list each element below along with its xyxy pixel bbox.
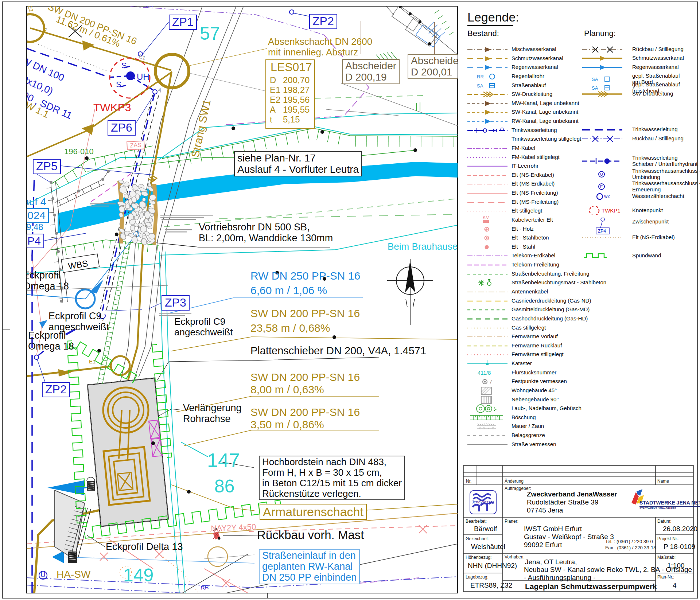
zp1-box: ZP1 xyxy=(169,15,197,30)
label-rueckbau-mast: Rückbau vorh. Mast xyxy=(257,529,364,542)
tb-gezeichnet: Weishäutel xyxy=(471,543,505,551)
legend-label: Regenfallrohr xyxy=(512,73,544,79)
legend-bestand-ghd: Gashochdruckleitung (Gas-HD) xyxy=(467,315,642,323)
label-wbs: WBS xyxy=(67,258,89,271)
legend-label: Elt (MS-Freileitung) xyxy=(512,199,559,205)
tb-hoehenbezug-label: Höhenbezug: xyxy=(466,555,491,560)
label-uh: UH xyxy=(137,72,149,82)
legend-label: Trinkwasserleitung xyxy=(632,155,678,161)
tb-vorhaben3: - Ausführungsplanung - xyxy=(524,574,595,582)
stadtwerke-logo-subtext: STADTWERKE JENA GRUPPE xyxy=(639,507,676,510)
tb-lagebezug: ETRS89, Z32 xyxy=(470,581,512,589)
shaft-row-label: t xyxy=(270,115,272,125)
tb-vorhaben2: Neubau SW - Kanal sowie Reko TWL, 2. BA … xyxy=(524,566,692,574)
tb-aenderung-label: Änderung xyxy=(505,479,524,484)
zp5-box: ZP5 xyxy=(33,159,61,174)
label-eckprofil-omega1: Eckprofil Omega 18 xyxy=(27,270,69,292)
legend-label: Kabelverteiler Elt xyxy=(512,217,553,223)
legend-label: Trinkwasserleitung xyxy=(632,126,678,133)
svg-text:WZ: WZ xyxy=(604,195,610,199)
label-57: 57 xyxy=(200,23,220,44)
legend-bestand-sbm: Straßenbeleuchtungsmast - Stahlbeton xyxy=(467,278,642,287)
legend-planung-pswd: SW-Druckleitung xyxy=(582,90,700,98)
legend-label: MW-Kanal, Lage unbekannt xyxy=(512,100,579,106)
legend-label: Trinkwasserleitung stillgelegt xyxy=(512,136,581,142)
tb-client-city: 07745 Jena xyxy=(527,506,563,514)
legend-label: Schmutzwasserkanal xyxy=(512,55,563,62)
tb-tel: Tel. : (0361) / 220 39-0 xyxy=(605,539,653,544)
label-siehe-plan: siehe Plan-Nr. 17 Auslauf 4 - Vorfluter … xyxy=(234,151,362,176)
legend-bestand-rwu: RW-Kanal, Lage unbekannt xyxy=(467,117,642,126)
legend-bestand-str: Straße vermessen xyxy=(467,440,642,449)
tb-client-name: Zweckverband JenaWasser xyxy=(527,490,617,498)
legend-label: Antennenkabel xyxy=(512,289,548,295)
shaft-row-value: 195,56 xyxy=(283,95,310,105)
label-hochbordstein: Hochbordstein nach DIN 483, Form H, H x … xyxy=(259,456,405,500)
label-rw-dn250: RW DN 250 PP-SN 16 xyxy=(250,270,360,282)
legend-label: Gas stillgelegt xyxy=(512,325,546,331)
legend-planung-ptw: Trinkwasserleitung xyxy=(582,125,700,134)
label-u-circle: U xyxy=(40,571,46,578)
legend-bestand-stahl: Elt - Stahl xyxy=(467,243,642,252)
legend-label: Böschung xyxy=(512,414,536,421)
label-149: 149 xyxy=(123,565,153,585)
legend-label: Schmutzwasserkanal xyxy=(632,55,684,61)
tb-lagebezug-label: Lagebezug: xyxy=(466,574,489,580)
legend-label: Laub-, Nadelbaum, Gebüsch xyxy=(512,405,582,412)
legend-label: Telekom-Freileitung xyxy=(512,262,559,268)
tb-projekt-label: Projekt-Nr.: xyxy=(657,536,679,541)
tb-vorhaben1: Jena, OT Leutra, xyxy=(525,558,577,566)
svg-text:411/8: 411/8 xyxy=(478,370,491,376)
legend-label: Elt - Holz xyxy=(512,226,534,232)
zp4-box: P4 xyxy=(27,234,44,248)
legend-planung-pns: Elt (NS-Erdkabel) xyxy=(582,233,700,242)
label-147: 147 xyxy=(207,449,240,471)
label-ha-sw: HA-SW xyxy=(57,569,90,580)
legend-label: Straße vermessen xyxy=(512,441,556,448)
legend-planung-sab: SAgepl. Straßenablaufam Bord xyxy=(582,72,700,81)
svg-text:SA: SA xyxy=(477,83,483,89)
legend-planung-hae: ETrinkwasserhausanschluss -Erneuerung xyxy=(582,179,700,188)
legend-label: Trinkwasserleitung xyxy=(512,127,557,133)
legend-bestand-gs: Gas stillgelegt xyxy=(467,324,642,332)
legend-label: Flurstücksnummer xyxy=(512,370,556,376)
legend-label: SW-Kanal, Lage unbekannt xyxy=(512,109,578,115)
label-196-010: 196-010 xyxy=(64,147,94,156)
shaft-row-value: 5,15 xyxy=(283,115,300,125)
tb-massstab: 1:100 xyxy=(667,562,685,570)
label-sw-dn200-3b: 3,50 m / 0,86% xyxy=(250,418,324,431)
svg-text:7: 7 xyxy=(489,378,492,385)
legend-label: Knotenpunkt xyxy=(632,207,663,214)
legend-label: Mischwasserkanal xyxy=(512,46,556,52)
label-a1: A xyxy=(42,26,48,34)
shaft-row-label: D xyxy=(270,75,276,85)
stadtwerke-logo-text: STADTWERKE JENA NETZE xyxy=(639,500,700,507)
legend-title: Legende: xyxy=(467,10,519,24)
shaft-row-label: A xyxy=(270,105,276,115)
legend-bestand-mz: Mauer / Zaun xyxy=(467,422,642,431)
legend-label: Wasserzählerschacht xyxy=(632,193,684,199)
legend-label: Elt (NS-Erdkabel) xyxy=(632,234,675,241)
armaturenschacht-box: Armaturenschacht xyxy=(260,504,367,520)
shaft-row-value: 200,70 xyxy=(283,75,310,85)
abscheider1-box: Abscheider D 200,19 xyxy=(342,59,400,84)
label-rw-dn250-2: 6,60 m / 1,06 % xyxy=(250,284,327,297)
legend-label: Kataster xyxy=(512,361,532,367)
jenawasser-logo-text: JenaWasser xyxy=(472,500,494,504)
label-86: 86 xyxy=(214,476,235,496)
stadtwerke-logo: STADTWERKE JENA NETZE STADTWERKE JENA GR… xyxy=(628,488,693,510)
tb-hoehenbezug: NHN (DHHN92) xyxy=(468,562,517,570)
legend-bestand-bel: Belagsgrenze xyxy=(467,431,642,440)
tb-bearbeitet-label: Bearbeitet: xyxy=(466,519,487,524)
legend-label: Elt (NS-Freileitung) xyxy=(512,190,558,196)
label-twkp3: TWKP3 xyxy=(93,101,131,114)
legend-label: Belagsgrenze xyxy=(512,432,545,439)
label-e1-top: E1 xyxy=(138,53,146,61)
legend-bestand-ant: Antennenkabel xyxy=(467,288,642,296)
label-e2: E2 xyxy=(27,6,34,13)
label-rr-bottom: RR xyxy=(201,584,209,592)
legend-bestand-fm: FM-Kabel xyxy=(467,144,642,153)
legend-bestand-flur: 411/8Flurstücksnummer xyxy=(467,369,642,377)
legend-label2: Schieber / Unterflurhydrant xyxy=(632,161,697,167)
legend-label: Gashochdruckleitung (Gas-HD) xyxy=(512,316,588,322)
